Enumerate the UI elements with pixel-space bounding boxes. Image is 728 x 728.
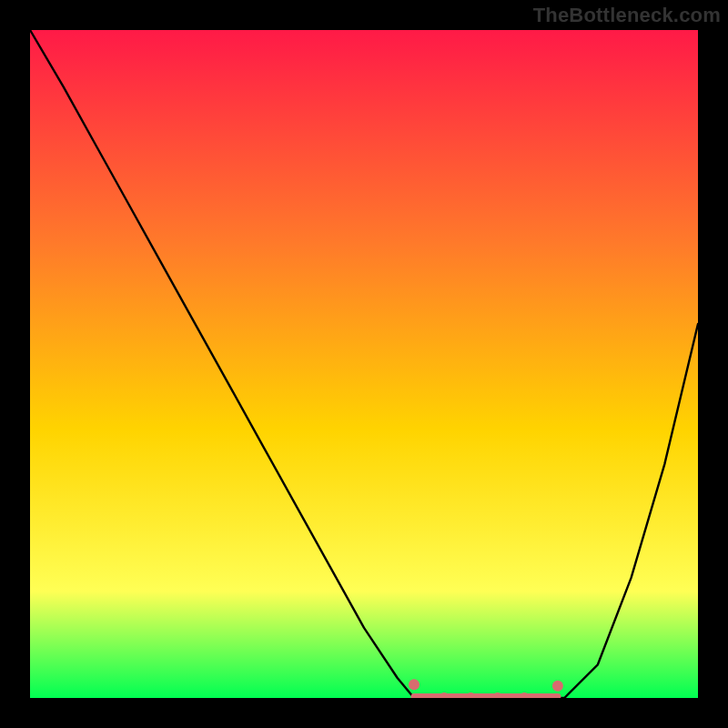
plot-area [30, 30, 698, 698]
chart-frame: TheBottleneck.com [0, 0, 728, 728]
watermark-text: TheBottleneck.com [533, 4, 721, 27]
gradient-background [30, 30, 698, 698]
bottleneck-chart-svg [30, 30, 698, 698]
